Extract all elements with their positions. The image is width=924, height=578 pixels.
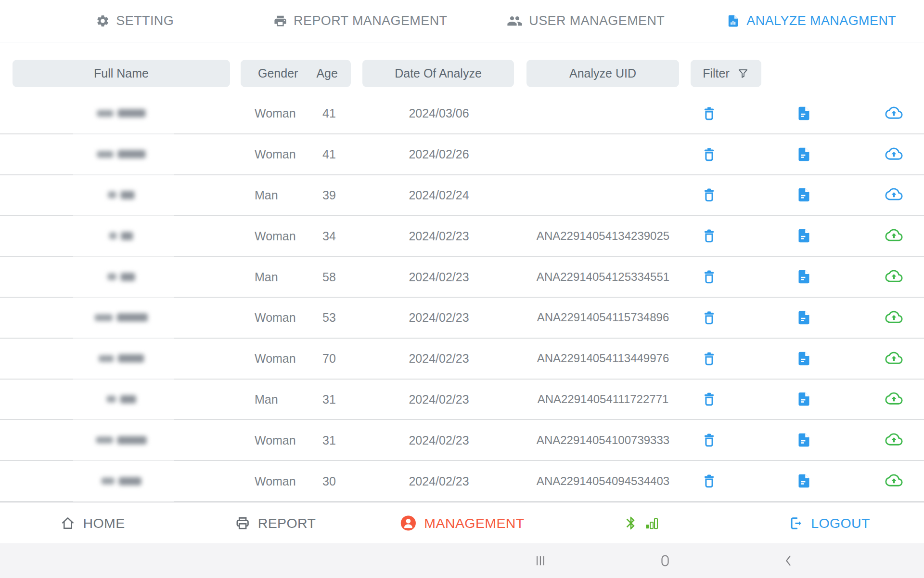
person-badge-icon xyxy=(399,514,417,532)
report-file-button[interactable] xyxy=(793,348,814,369)
management-label: MANAGEMENT xyxy=(424,515,524,531)
table-row: Woman342024/02/23ANA22914054134239025 xyxy=(0,216,924,257)
delete-button[interactable] xyxy=(698,144,719,165)
tab-setting[interactable]: SETTING xyxy=(22,13,248,28)
patient-name-blurred xyxy=(96,436,147,444)
age-cell: 30 xyxy=(322,474,336,488)
report-file-icon xyxy=(796,228,812,244)
date-of-analyze-cell: 2024/02/23 xyxy=(409,392,469,406)
table-row: Man392024/02/24 xyxy=(0,175,924,216)
delete-trash-icon xyxy=(701,228,717,244)
management-button[interactable]: MANAGEMENT xyxy=(399,514,524,532)
cloud-upload-button[interactable] xyxy=(883,307,904,328)
gender-cell: Woman xyxy=(255,474,296,488)
analyze-uid-cell: ANA22914054100739333 xyxy=(537,434,669,447)
delete-button[interactable] xyxy=(698,471,719,492)
top-tab-bar: SETTING REPORT MANAGEMENT USER MANAGEMEN… xyxy=(0,0,924,42)
cloud-upload-button[interactable] xyxy=(883,225,904,247)
patient-name-blurred xyxy=(95,314,148,322)
delete-button[interactable] xyxy=(698,266,719,288)
report-file-icon xyxy=(796,432,812,448)
cloud-upload-button[interactable] xyxy=(883,430,904,451)
system-back-button[interactable] xyxy=(778,550,799,571)
table-row: Woman532024/02/23ANA22914054115734896 xyxy=(0,298,924,339)
report-file-button[interactable] xyxy=(793,307,814,328)
date-header-label: Date Of Analyze xyxy=(395,66,482,80)
gender-cell: Woman xyxy=(255,147,296,161)
report-file-button[interactable] xyxy=(793,389,814,410)
logout-icon xyxy=(788,515,804,531)
delete-button[interactable] xyxy=(698,307,719,328)
report-file-button[interactable] xyxy=(793,430,814,451)
uid-header-label: Analyze UID xyxy=(569,66,636,80)
column-header-full-name: Full Name xyxy=(13,60,230,87)
report-file-icon xyxy=(796,269,812,285)
tab-analyze-management[interactable]: ANALYZE MANAGMENT xyxy=(699,13,924,28)
filter-button[interactable]: Filter xyxy=(691,60,761,87)
age-header-label: Age xyxy=(316,66,337,80)
report-file-button[interactable] xyxy=(793,103,814,124)
cloud-upload-icon xyxy=(885,392,903,407)
tab-user-management[interactable]: USER MANAGEMENT xyxy=(473,13,699,29)
table-row: Woman702024/02/23ANA22914054113449976 xyxy=(0,339,924,380)
recent-apps-button[interactable] xyxy=(530,550,551,571)
gender-cell: Man xyxy=(255,392,278,406)
home-button[interactable]: HOME xyxy=(60,515,125,531)
logout-label: LOGOUT xyxy=(811,515,870,531)
delete-trash-icon xyxy=(701,391,717,407)
date-of-analyze-cell: 2024/02/24 xyxy=(409,188,469,202)
report-file-button[interactable] xyxy=(793,266,814,288)
report-file-icon xyxy=(796,187,812,203)
cloud-upload-icon xyxy=(885,269,903,284)
column-header-gender-age: Gender Age xyxy=(241,60,351,87)
delete-button[interactable] xyxy=(698,184,719,206)
report-file-button[interactable] xyxy=(793,144,814,165)
cloud-upload-button[interactable] xyxy=(883,348,904,369)
date-of-analyze-cell: 2024/02/23 xyxy=(409,270,469,284)
analyze-table: Woman412024/03/06Woman412024/02/26Man392… xyxy=(0,93,924,502)
report-file-button[interactable] xyxy=(793,184,814,206)
cloud-upload-button[interactable] xyxy=(883,144,904,165)
date-of-analyze-cell: 2024/02/23 xyxy=(409,474,469,488)
report-file-icon xyxy=(796,473,812,489)
delete-button[interactable] xyxy=(698,348,719,369)
gender-header-label: Gender xyxy=(258,66,298,80)
printer-icon xyxy=(273,14,287,28)
cloud-upload-button[interactable] xyxy=(883,389,904,410)
age-cell: 41 xyxy=(322,147,336,161)
report-file-button[interactable] xyxy=(793,225,814,247)
date-of-analyze-cell: 2024/02/23 xyxy=(409,229,469,243)
delete-trash-icon xyxy=(701,351,717,367)
home-label: HOME xyxy=(83,515,125,531)
logout-button[interactable]: LOGOUT xyxy=(788,515,870,531)
gender-cell: Woman xyxy=(255,352,296,366)
gender-cell: Man xyxy=(255,188,278,202)
gender-cell: Woman xyxy=(255,229,296,243)
delete-trash-icon xyxy=(701,187,717,203)
cloud-upload-button[interactable] xyxy=(883,103,904,124)
report-button[interactable]: REPORT xyxy=(235,515,316,531)
cloud-upload-button[interactable] xyxy=(883,266,904,288)
cloud-upload-icon xyxy=(885,147,903,162)
age-cell: 34 xyxy=(322,229,336,243)
analyze-uid-cell: ANA22914054115734896 xyxy=(537,311,669,324)
patient-name-blurred xyxy=(109,232,133,240)
report-file-button[interactable] xyxy=(793,471,814,492)
system-home-button[interactable] xyxy=(654,550,676,571)
signal-strength-icon xyxy=(644,516,659,530)
cloud-upload-icon xyxy=(885,351,903,366)
delete-button[interactable] xyxy=(698,430,719,451)
cloud-upload-button[interactable] xyxy=(883,184,904,206)
cloud-upload-button[interactable] xyxy=(883,471,904,492)
report-file-icon xyxy=(796,146,812,162)
patient-name-blurred xyxy=(108,273,135,281)
tab-report-management[interactable]: REPORT MANAGEMENT xyxy=(248,13,474,28)
delete-button[interactable] xyxy=(698,225,719,247)
delete-trash-icon xyxy=(701,432,717,448)
gender-cell: Woman xyxy=(255,311,296,325)
delete-button[interactable] xyxy=(698,103,719,124)
delete-button[interactable] xyxy=(698,389,719,410)
analyze-uid-cell: ANA22914054125334551 xyxy=(537,270,669,284)
bottom-action-bar: HOME REPORT MANAGEMENT LOGOUT xyxy=(0,502,924,543)
cloud-upload-icon xyxy=(885,228,903,243)
